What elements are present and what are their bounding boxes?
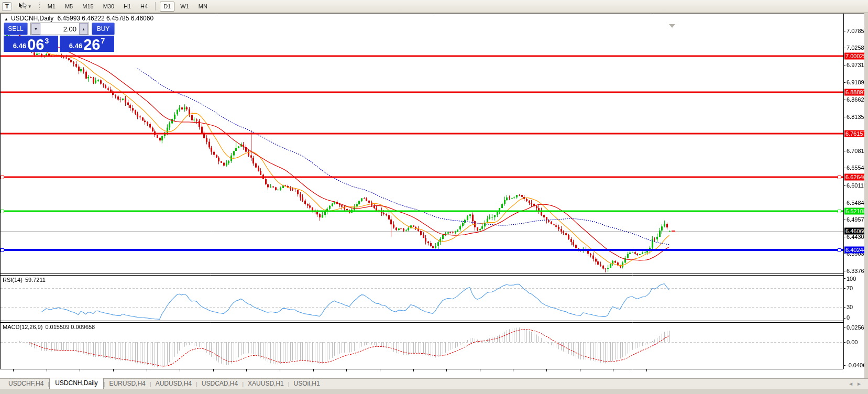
sell-price-big: 06	[27, 38, 44, 51]
last-price-marker	[672, 231, 675, 232]
toolbar-separator	[155, 2, 156, 10]
rsi-axis-tick: 30	[847, 304, 853, 310]
rsi-indicator-label-name: RSI(14)	[3, 277, 23, 283]
toolbar-grip	[39, 2, 41, 10]
chart-ohlc-values: 6.45993 6.46222 6.45785 6.46060	[58, 15, 154, 22]
tab-xauusd[interactable]: XAUUSD,H1	[244, 379, 288, 389]
timeframe-toolbar: T ▼ M1M5M15M30H1H4D1W1MN	[0, 0, 868, 13]
one-click-trading-panel: SELL ▼ ▲ BUY 6.46063 6.46267	[4, 23, 115, 52]
level-price-tag: 6.88897	[844, 89, 866, 95]
chart-tab-bar: USDCHF,H4|USDCNH,Daily|EURUSD,H4|AUDUSD,…	[0, 378, 868, 389]
level-price-tag: 6.76157	[844, 130, 866, 137]
window-bottom-edge	[0, 389, 868, 394]
timeframe-button-m1[interactable]: M1	[44, 2, 59, 12]
chart-tabs: USDCHF,H4|USDCNH,Daily|EURUSD,H4|AUDUSD,…	[4, 378, 324, 389]
chart-shift-marker[interactable]	[669, 24, 675, 28]
level-price-tag: 6.62646	[844, 174, 866, 181]
buy-price-display[interactable]: 6.46267	[60, 36, 114, 52]
volume-input[interactable]	[41, 23, 79, 35]
text-tool-button[interactable]: T	[2, 2, 12, 11]
timeframe-button-h4[interactable]: H4	[137, 2, 151, 12]
timeframe-button-h1[interactable]: H1	[120, 2, 135, 12]
chart-canvas[interactable]	[0, 13, 868, 378]
sell-price-display[interactable]: 6.46063	[4, 36, 58, 52]
rsi-indicator-label: RSI(14)59.7211	[3, 277, 46, 283]
tab-usdcnh[interactable]: USDCNH,Daily	[49, 378, 103, 389]
volume-stepper: ▼ ▲	[30, 23, 89, 35]
tab-scroll-left-button[interactable]: ◄	[848, 381, 853, 387]
double-cursor-icon	[18, 2, 27, 11]
sell-price-sup: 3	[45, 37, 49, 45]
timeframe-button-m5[interactable]: M5	[61, 2, 76, 12]
tab-audusd[interactable]: AUDUSD,H4	[151, 379, 196, 389]
timeframe-button-m30[interactable]: M30	[100, 2, 118, 12]
tab-scroll-buttons: ◄ ►	[848, 381, 862, 387]
volume-increase-button[interactable]: ▲	[79, 23, 88, 35]
sell-button[interactable]: SELL	[4, 23, 28, 35]
level-price-tag: 6.40244	[844, 246, 866, 253]
cursor-tool-button[interactable]: ▼	[14, 1, 36, 13]
tab-scroll-right-button[interactable]: ►	[856, 381, 862, 387]
tab-usdcad[interactable]: USDCAD,H4	[197, 379, 242, 389]
level-price-tag: 7.00029	[844, 52, 866, 59]
rsi-axis-tick: 70	[847, 285, 853, 291]
timeframe-button-d1[interactable]: D1	[160, 2, 174, 12]
timeframe-button-w1[interactable]: W1	[177, 2, 193, 12]
chart-window: ▲USDCNH,Daily 6.45993 6.46222 6.45785 6.…	[0, 13, 868, 378]
buy-price-big: 26	[83, 38, 100, 51]
chevron-down-icon: ▼	[28, 3, 32, 10]
timeframe-button-m15[interactable]: M15	[79, 2, 97, 12]
rsi-axis-tick: 0	[847, 314, 850, 321]
macd-axis-tick: 0.00	[847, 339, 858, 345]
tab-usoil[interactable]: USOil,H1	[290, 379, 324, 389]
rsi-indicator-label-value: 59.7211	[25, 277, 46, 283]
level-price-tag: 6.52108	[844, 208, 866, 215]
mt4-terminal: T ▼ M1M5M15M30H1H4D1W1MN ▲USDCNH,Daily 6…	[0, 0, 868, 394]
macd-indicator-label: MACD(12,26,9)0.015509 0.009658	[3, 324, 95, 330]
volume-decrease-button[interactable]: ▼	[31, 23, 40, 35]
buy-price-sup: 7	[101, 37, 105, 45]
buy-button[interactable]: BUY	[92, 23, 115, 35]
buy-price-prefix: 6.46	[69, 42, 82, 50]
tab-usdchf[interactable]: USDCHF,H4	[4, 379, 48, 389]
timeframe-buttons: M1M5M15M30H1H4D1W1MN	[43, 2, 212, 12]
timeframe-button-mn[interactable]: MN	[195, 2, 211, 12]
current-price-tag: 6.46060	[844, 227, 866, 234]
collapse-panel-icon[interactable]: ▲	[4, 17, 8, 21]
macd-indicator-label-value: 0.015509 0.009658	[45, 324, 95, 330]
sell-price-prefix: 6.46	[13, 42, 26, 50]
tab-eurusd[interactable]: EURUSD,H4	[105, 379, 149, 389]
chart-symbol-label: USDCNH,Daily	[11, 15, 53, 22]
chart-title: ▲USDCNH,Daily 6.45993 6.46222 6.45785 6.…	[4, 15, 153, 22]
macd-indicator-label-name: MACD(12,26,9)	[3, 324, 42, 330]
window-right-edge	[864, 13, 868, 394]
rsi-axis-tick: 100	[847, 276, 856, 282]
